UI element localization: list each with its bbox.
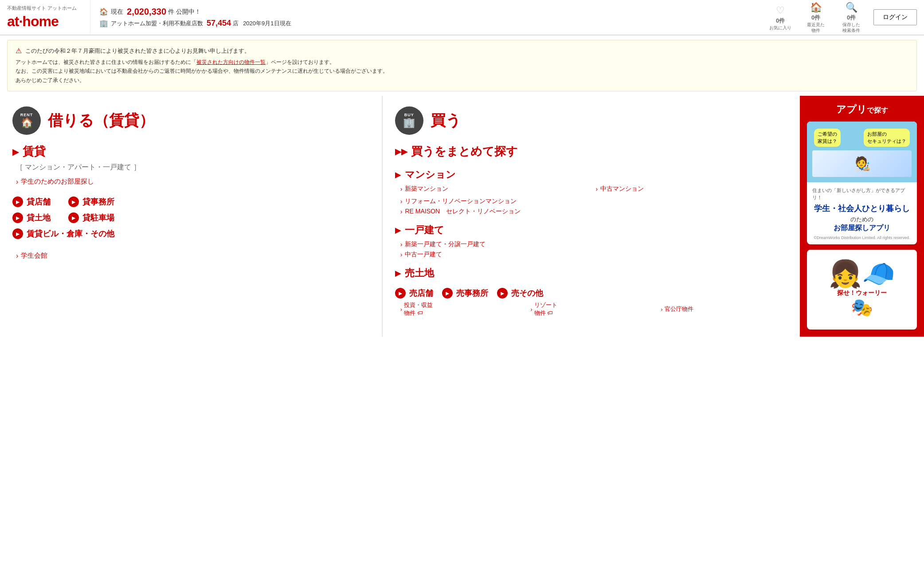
buy-mansion-arrow: ▶ xyxy=(395,170,401,180)
notice-link[interactable]: 被災された方向けの物件一覧 xyxy=(196,59,266,65)
rent-student-hall-link[interactable]: 学生会館 xyxy=(16,251,369,260)
rent-land-icon: ▶ xyxy=(12,212,23,223)
waldo-figure-icon: 🎭 xyxy=(829,297,895,318)
buy-mansion-title[interactable]: マンション xyxy=(405,168,456,181)
buy-renovated-mansion-link[interactable]: リフォーム・リノベーションマンション xyxy=(400,197,787,205)
sell-office-icon: ▶ xyxy=(442,288,453,298)
buy-new-mansion-link[interactable]: 新築マンション xyxy=(400,185,592,193)
rent-land-item[interactable]: ▶ 貸土地 xyxy=(12,212,51,223)
stat1-prefix: 現在 xyxy=(111,8,123,16)
saved-count: 0件 xyxy=(847,14,856,22)
saved-label: 保存した検索条件 xyxy=(842,22,860,33)
buy-panel: BUY 🏢 買う ▶▶ 買うをまとめて探す ▶ マンション 新築マンション xyxy=(383,96,800,337)
app-title-de: で探す xyxy=(867,106,888,114)
main-inner: RENT 🏠 借りる（賃貸） ▶ 賃貸 ［ マンション・アパート・一戸建て ］ … xyxy=(0,96,924,337)
rent-office-icon: ▶ xyxy=(68,196,79,207)
buy-mansion-section: ▶ マンション 新築マンション 中古マンション リフォーム・リノベーションマンシ… xyxy=(395,168,787,216)
app-sub-text: お部屋探しアプリ xyxy=(812,224,912,233)
buy-all-search-heading: ▶▶ 買うをまとめて探す xyxy=(395,144,787,159)
stat2-unit: 店 xyxy=(233,20,239,27)
notice-body1-suffix: 」ページを設けております。 xyxy=(266,59,335,65)
rent-parking-icon: ▶ xyxy=(68,212,79,223)
logo: at·home xyxy=(7,13,77,30)
sell-office-item[interactable]: ▶ 売事務所 xyxy=(442,288,488,298)
waldo-emoji: 👧🧢 xyxy=(829,261,895,287)
app-card[interactable]: ご希望の家賃は？ お部屋のセキュリティは？ 🧑‍🎨 住まいの「新しいさがし方」が… xyxy=(807,122,917,244)
buy-remaison-link[interactable]: RE MAISON セレクト・リノベーション xyxy=(400,208,787,216)
buy-used-house-link[interactable]: 中古一戸建て xyxy=(400,251,787,259)
app-bubble1: ご希望の家賃は？ xyxy=(814,129,841,147)
buy-land-title[interactable]: 売土地 xyxy=(405,267,434,280)
app-big-text1: 学生・社会人ひとり暮らし xyxy=(812,203,912,214)
waldo-caption: 探せ！ウォーリー xyxy=(829,289,895,297)
rent-store-item[interactable]: ▶ 貸店舗 xyxy=(12,196,51,207)
buy-title: 買う xyxy=(431,110,461,131)
sell-category-row: ▶ 売店舗 ▶ 売事務所 ▶ 売その他 xyxy=(395,288,787,298)
buy-investment-link[interactable]: 投資・収益物件 🏷 xyxy=(400,301,527,317)
buy-circle-building: 🏢 xyxy=(403,117,415,129)
rent-section-title[interactable]: 賃貸 xyxy=(23,144,46,159)
rent-title: 借りる（賃貸） xyxy=(48,110,154,131)
app-card-body: 住まいの「新しいさがし方」ができるアプリ！ 学生・社会人ひとり暮らし のための … xyxy=(807,182,917,244)
login-button[interactable]: ログイン xyxy=(873,9,917,25)
rent-bracket-text: ［ マンション・アパート・一戸建て ］ xyxy=(16,163,369,172)
stat2-number: 57,454 xyxy=(207,19,231,28)
favorite-icon-group[interactable]: ♡ 0件 お気に入り xyxy=(767,4,794,31)
buy-resort-link[interactable]: リゾート物件 🏷 xyxy=(531,301,658,317)
rent-student-link[interactable]: 学生のためのお部屋探し xyxy=(16,177,369,186)
rent-office-label: 貸事務所 xyxy=(82,196,114,207)
sell-other-icon: ▶ xyxy=(497,288,508,298)
rent-building-item[interactable]: ▶ 賃貸ビル・倉庫・その他 xyxy=(12,228,114,239)
app-card-top: ご希望の家賃は？ お部屋のセキュリティは？ 🧑‍🎨 xyxy=(807,122,917,182)
buy-house-title[interactable]: 一戸建て xyxy=(405,224,444,237)
notice-body3: あらかじめご了承ください。 xyxy=(16,77,85,83)
app-copyright: ©DreamWorks Distribution Limited. All ri… xyxy=(812,236,912,240)
rent-office-item[interactable]: ▶ 貸事務所 xyxy=(68,196,114,207)
rent-land-label: 貸土地 xyxy=(27,212,51,223)
notice-body: アットホームでは、被災された皆さまに住まいの情報をお届けするために「被災された方… xyxy=(16,58,908,85)
rent-parking-label: 貸駐車場 xyxy=(82,212,114,223)
stat1-number: 2,020,330 xyxy=(127,7,166,17)
notice-banner: ⚠ このたびの令和２年７月豪雨により被災された皆さまに心よりお見舞い申し上げます… xyxy=(7,40,917,91)
notice-warning-icon: ⚠ xyxy=(16,47,22,55)
app-title-text: アプリ xyxy=(836,104,867,115)
app-bubble2: お部屋のセキュリティは？ xyxy=(864,129,910,147)
rent-category-row2: ▶ 貸土地 ▶ 貸駐車場 xyxy=(12,212,369,223)
sell-store-item[interactable]: ▶ 売店舗 xyxy=(395,288,433,298)
app-waldo-small-icon: 🧑‍🎨 xyxy=(854,156,870,171)
rent-category-row3: ▶ 賃貸ビル・倉庫・その他 xyxy=(12,228,369,239)
app-tagline: 住まいの「新しいさがし方」ができるアプリ！ xyxy=(812,187,912,201)
home-recent-icon: 🏠 xyxy=(810,1,822,14)
waldo-area: 👧🧢 探せ！ウォーリー 🎭 xyxy=(807,250,917,330)
rent-parking-item[interactable]: ▶ 貸駐車場 xyxy=(68,212,114,223)
favorite-label: お気に入り xyxy=(769,25,791,31)
app-bubbles-row: ご希望の家賃は？ お部屋のセキュリティは？ xyxy=(812,127,912,149)
search-save-icon: 🔍 xyxy=(846,1,857,14)
sell-office-label: 売事務所 xyxy=(456,288,488,298)
stat-line-2: 🏢 アットホーム加盟・利用不動産店数 57,454 店 2020年9月1日現在 xyxy=(99,19,749,28)
notice-body1-prefix: アットホームでは、被災された皆さまに住まいの情報をお届けするために「 xyxy=(16,59,196,65)
buy-all-search-title[interactable]: 買うをまとめて探す xyxy=(411,144,518,159)
buy-land-section: ▶ 売土地 xyxy=(395,267,787,280)
buy-land-heading: ▶ 売土地 xyxy=(395,267,787,280)
favorite-count: 0件 xyxy=(776,17,785,25)
buy-used-mansion-link[interactable]: 中古マンション xyxy=(595,185,787,193)
sell-other-item[interactable]: ▶ 売その他 xyxy=(497,288,543,298)
buy-public-link[interactable]: 官公庁物件 xyxy=(661,301,787,317)
recent-icon-group[interactable]: 🏠 0件 最近見た物件 xyxy=(803,1,829,33)
stat1-unit: 件 公開中！ xyxy=(168,8,201,16)
logo-text: at·home xyxy=(7,13,59,29)
app-card-illustration: 🧑‍🎨 xyxy=(812,150,912,177)
saved-icon-group[interactable]: 🔍 0件 保存した検索条件 xyxy=(838,1,865,33)
buy-new-house-link[interactable]: 新築一戸建て・分譲一戸建て xyxy=(400,240,787,248)
buy-mansion-heading: ▶ マンション xyxy=(395,168,787,181)
rent-store-icon: ▶ xyxy=(12,196,23,207)
stats-area: 🏠 現在 2,020,330 件 公開中！ 🏢 アットホーム加盟・利用不動産店数… xyxy=(90,0,758,35)
buy-land-arrow: ▶ xyxy=(395,268,401,278)
stat2-prefix: アットホーム加盟・利用不動産店数 xyxy=(111,20,203,27)
logo-area: 不動産情報サイト アットホーム at·home xyxy=(7,0,90,35)
rent-circle-label: RENT xyxy=(20,113,33,117)
heart-icon: ♡ xyxy=(776,4,785,17)
rent-store-label: 貸店舗 xyxy=(27,196,51,207)
buy-header: BUY 🏢 買う xyxy=(395,106,787,135)
